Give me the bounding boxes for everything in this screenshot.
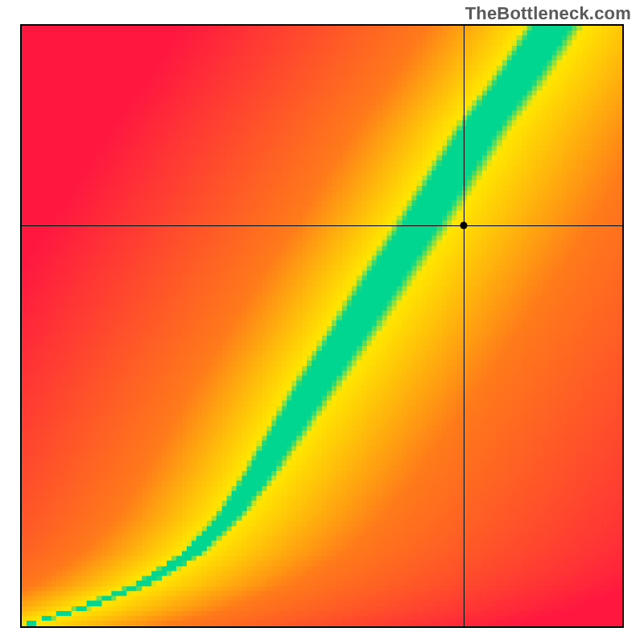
chart-frame xyxy=(20,24,624,628)
crosshair-vertical xyxy=(464,26,464,626)
heatmap-canvas xyxy=(22,26,622,626)
crosshair-horizontal xyxy=(22,225,622,226)
attribution-text: TheBottleneck.com xyxy=(465,3,631,24)
marker-point xyxy=(460,222,468,229)
